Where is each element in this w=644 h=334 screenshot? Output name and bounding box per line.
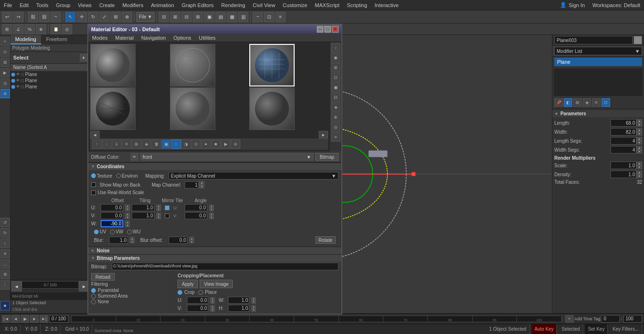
mat-sb-9[interactable]: ◎ xyxy=(331,122,340,132)
menu-customize[interactable]: Customize xyxy=(279,1,311,9)
mat-sphere-5[interactable] xyxy=(170,87,215,130)
view-image-btn[interactable]: View Image xyxy=(200,280,233,288)
align-button[interactable]: ⊞ xyxy=(170,12,180,22)
blur-input[interactable] xyxy=(109,237,128,244)
utilities-tab[interactable]: ⊕ xyxy=(0,89,10,98)
bitmap-params-header[interactable]: ▼ Bitmap Parameters xyxy=(88,254,341,262)
motion-tab[interactable]: ▶ xyxy=(0,68,10,77)
v-offset-input[interactable] xyxy=(101,212,123,219)
tab-freeform[interactable]: Freeform xyxy=(42,35,73,44)
mat-sb-7[interactable]: ◈ xyxy=(331,103,340,112)
u-offset-input[interactable] xyxy=(101,204,123,211)
map-channel-down[interactable]: ▼ xyxy=(199,185,204,188)
percent-snap[interactable]: % xyxy=(25,24,35,34)
width-down[interactable]: ▼ xyxy=(636,132,642,136)
h-crop-down[interactable]: ▼ xyxy=(251,308,256,312)
object-color-box[interactable] xyxy=(634,36,642,44)
select-button[interactable]: ↖ xyxy=(65,12,76,22)
u-tiling-down[interactable]: ▼ xyxy=(156,208,161,211)
front-dropdown[interactable]: front ▼ xyxy=(140,153,314,161)
u-offset-up[interactable]: ▲ xyxy=(125,205,130,208)
summed-area-radio[interactable]: Summed Area xyxy=(91,293,171,299)
u-angle-down[interactable]: ▼ xyxy=(209,208,214,211)
mat-reset[interactable]: ✕ xyxy=(122,139,131,149)
v-crop-input[interactable] xyxy=(187,305,208,312)
v-angle-up[interactable]: ▲ xyxy=(209,213,214,216)
w-angle-up[interactable]: ▲ xyxy=(125,221,130,224)
bitmap-button[interactable]: Bitmap xyxy=(315,153,339,161)
undo-button[interactable]: ↩ xyxy=(2,12,12,22)
blur-up[interactable]: ▲ xyxy=(130,237,135,240)
rp-move-up-icon[interactable]: ⊡ xyxy=(602,98,610,107)
redo-button[interactable]: ↪ xyxy=(13,12,24,22)
mat-show-bg[interactable]: □ xyxy=(171,139,181,149)
align4-button[interactable]: ▣ xyxy=(204,12,214,22)
pivot-button[interactable]: ⊕ xyxy=(122,12,132,22)
tab-modeling[interactable]: Modeling xyxy=(10,35,42,44)
texture-radio[interactable]: Texture xyxy=(91,173,112,179)
menu-scripting[interactable]: Scripting xyxy=(343,1,371,9)
w-crop-input[interactable] xyxy=(228,297,249,304)
menu-modifiers[interactable]: Modifiers xyxy=(119,1,147,9)
length-down[interactable]: ▼ xyxy=(636,123,642,127)
blur-offset-up[interactable]: ▲ xyxy=(189,237,194,240)
blur-down[interactable]: ▼ xyxy=(130,240,135,243)
play-pause-btn[interactable]: ▶ xyxy=(21,315,29,323)
rotate-button[interactable]: ↻ xyxy=(88,12,98,22)
move-button[interactable]: ✛ xyxy=(76,12,87,22)
rp-pin-icon[interactable]: 📌 xyxy=(554,98,563,107)
menu-civil-view[interactable]: Civil View xyxy=(249,1,279,9)
bind-button[interactable]: ~ xyxy=(51,12,61,22)
key-mode-status[interactable]: Selected xyxy=(559,324,583,334)
v-tiling-up[interactable]: ▲ xyxy=(156,213,161,216)
settings-btn[interactable]: ⚙ xyxy=(0,270,10,279)
reload-btn[interactable]: Reload xyxy=(91,273,115,281)
mat-scroll-up[interactable]: ◄ xyxy=(90,131,100,138)
h-crop-input[interactable] xyxy=(228,305,249,312)
blur-offset-input[interactable] xyxy=(169,237,187,244)
u-mirror-checkbox[interactable] xyxy=(165,206,169,210)
v-offset-down[interactable]: ▼ xyxy=(125,216,130,219)
display-button[interactable]: ⊡ xyxy=(264,12,274,22)
link-button[interactable]: ⛓ xyxy=(28,12,38,22)
menu-rendering[interactable]: Rendering xyxy=(218,1,249,9)
total-frames-input[interactable]: 100 xyxy=(623,315,642,323)
map-channel-up[interactable]: ▲ xyxy=(199,181,204,185)
delete[interactable]: ✕ xyxy=(0,249,10,258)
real-world-checkbox[interactable] xyxy=(91,190,96,195)
u-tiling-up[interactable]: ▲ xyxy=(156,205,161,208)
mat-sb-2[interactable]: ◉ xyxy=(331,53,340,62)
key-filters-status[interactable]: Key Filters... xyxy=(610,324,642,334)
list-item[interactable]: 👁 ◻ Plane xyxy=(10,71,90,77)
align6-button[interactable]: ▦ xyxy=(227,12,237,22)
u-crop-input[interactable] xyxy=(187,297,208,304)
menu-animation[interactable]: Animation xyxy=(147,1,178,9)
w-crop-down[interactable]: ▼ xyxy=(251,300,256,304)
length-input[interactable] xyxy=(610,119,636,127)
render-icon[interactable]: ◻ xyxy=(21,72,24,77)
apply-btn[interactable]: Apply xyxy=(178,280,198,288)
unlink-button[interactable]: ⛓ xyxy=(39,12,50,22)
menu-maxscript[interactable]: MAXScript xyxy=(311,1,343,9)
density-down[interactable]: ▼ xyxy=(636,174,642,178)
hierarchy-tab[interactable]: ⊞ xyxy=(0,58,10,67)
mat-backlight[interactable]: ◑ xyxy=(181,139,191,149)
v-crop-up[interactable]: ▲ xyxy=(210,305,215,308)
width-segs-input[interactable] xyxy=(610,146,636,154)
eye-icon[interactable]: 👁 xyxy=(16,85,20,89)
v-offset-up[interactable]: ▲ xyxy=(125,213,130,216)
modify-tab[interactable]: ⊙ xyxy=(0,47,10,57)
v-angle-input[interactable] xyxy=(185,212,207,219)
mirror-button[interactable]: ⊟ xyxy=(159,12,169,22)
isolate[interactable]: ◎ xyxy=(62,24,72,34)
last-frame-btn[interactable]: ►| xyxy=(40,315,48,323)
u-angle-up[interactable]: ▲ xyxy=(209,205,214,208)
mat-put-inst[interactable]: ⇓ xyxy=(112,139,121,149)
mat-sphere-1[interactable] xyxy=(90,44,136,86)
width-segs-down[interactable]: ▼ xyxy=(636,150,642,154)
mat-select[interactable]: ▣ xyxy=(161,139,171,149)
mat-menu-modes[interactable]: Modes xyxy=(88,34,111,42)
create-tab[interactable]: + xyxy=(0,37,10,46)
rp-copy-icon[interactable]: ⊞ xyxy=(573,98,582,107)
scale-up[interactable]: ▲ xyxy=(636,162,642,165)
